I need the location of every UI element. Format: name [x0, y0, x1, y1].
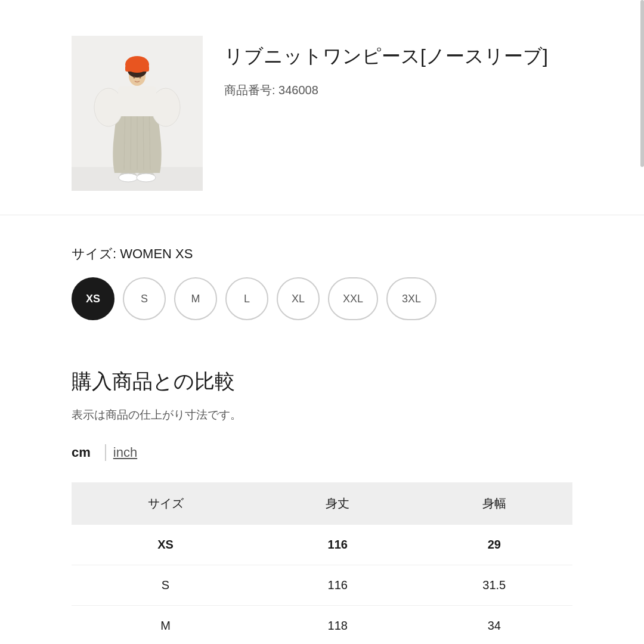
- size-label: サイズ: WOMEN XS: [72, 245, 572, 263]
- comparison-section: 購入商品との比較 表示は商品の仕上がり寸法です。 cm inch サイズ 身丈 …: [0, 338, 644, 644]
- page-container: リブニットワンピース[ノースリーブ] 商品番号: 346008 サイズ: WOM…: [0, 0, 644, 644]
- table-row: XS 116 29: [72, 525, 572, 565]
- size-button-m[interactable]: M: [174, 277, 217, 320]
- table-cell-width: 29: [416, 525, 573, 565]
- product-header: リブニットワンピース[ノースリーブ] 商品番号: 346008: [0, 0, 644, 215]
- size-table: サイズ 身丈 身幅 XS 116 29 S 116 31.5 M: [72, 482, 572, 644]
- table-row: M 118 34: [72, 606, 572, 645]
- scrollbar[interactable]: [640, 0, 644, 167]
- unit-divider: [105, 444, 106, 461]
- product-number: 商品番号: 346008: [224, 82, 572, 98]
- comparison-title: 購入商品との比較: [72, 368, 572, 395]
- size-button-l[interactable]: L: [225, 277, 268, 320]
- svg-rect-19: [125, 66, 149, 72]
- product-image: [72, 36, 203, 191]
- table-cell-size: M: [72, 606, 259, 645]
- unit-inch-button[interactable]: inch: [113, 445, 137, 460]
- size-button-xl[interactable]: XL: [277, 277, 320, 320]
- table-cell-length: 118: [259, 606, 416, 645]
- svg-point-21: [140, 77, 141, 79]
- table-cell-length: 116: [259, 565, 416, 606]
- table-header-row: サイズ 身丈 身幅: [72, 482, 572, 525]
- svg-rect-15: [118, 86, 156, 116]
- svg-point-4: [119, 174, 138, 182]
- table-cell-size: XS: [72, 525, 259, 565]
- unit-toggle: cm inch: [72, 444, 572, 461]
- size-section: サイズ: WOMEN XS XS S M L XL XXL 3XL: [0, 215, 644, 338]
- svg-point-20: [134, 77, 135, 79]
- size-button-3xl[interactable]: 3XL: [386, 277, 436, 320]
- table-row: S 116 31.5: [72, 565, 572, 606]
- table-header-length: 身丈: [259, 482, 416, 525]
- comparison-subtitle: 表示は商品の仕上がり寸法です。: [72, 407, 572, 423]
- size-buttons: XS S M L XL XXL 3XL: [72, 277, 572, 320]
- table-cell-width: 31.5: [416, 565, 573, 606]
- table-cell-width: 34: [416, 606, 573, 645]
- table-header-width: 身幅: [416, 482, 573, 525]
- table-header-size: サイズ: [72, 482, 259, 525]
- size-button-xxl[interactable]: XXL: [328, 277, 378, 320]
- product-title: リブニットワンピース[ノースリーブ]: [224, 42, 572, 70]
- svg-point-5: [137, 174, 156, 182]
- table-cell-length: 116: [259, 525, 416, 565]
- product-info: リブニットワンピース[ノースリーブ] 商品番号: 346008: [224, 36, 572, 98]
- size-button-s[interactable]: S: [123, 277, 166, 320]
- table-cell-size: S: [72, 565, 259, 606]
- size-button-xs[interactable]: XS: [72, 277, 114, 320]
- unit-cm-button[interactable]: cm: [72, 445, 98, 460]
